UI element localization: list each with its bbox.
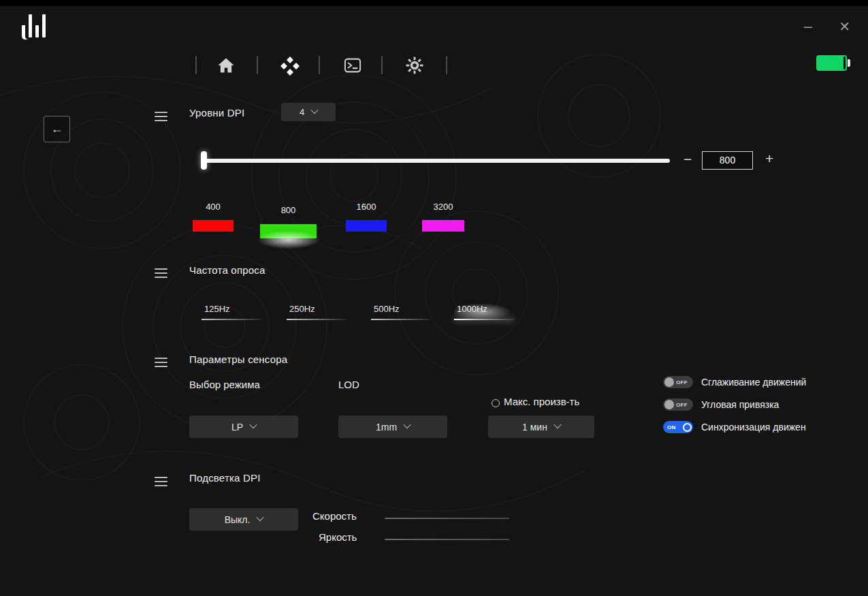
- toggle-knob: [664, 377, 674, 387]
- motion-sync-toggle[interactable]: ON: [663, 421, 693, 433]
- sensor-lod-dropdown[interactable]: 1mm: [338, 415, 447, 438]
- backlight-section-title: Подсветка DPI: [189, 472, 261, 484]
- top-edge-strip: [0, 0, 868, 6]
- backlight-speed-label: Скорость: [312, 510, 357, 522]
- dpi-stage-label: 400: [193, 202, 234, 212]
- sensor-lod-value: 1mm: [376, 422, 397, 433]
- backlight-brightness-label: Яркость: [319, 531, 357, 543]
- polling-section-title: Частота опроса: [189, 264, 266, 276]
- dpi-slider-thumb[interactable]: [201, 151, 207, 170]
- dpi-stage-swatch[interactable]: [422, 220, 464, 232]
- sensor-section-handle-icon[interactable]: [155, 355, 167, 370]
- polling-option-1000hz-selected[interactable]: 1000Hz: [454, 304, 514, 319]
- battery-level-gap: [843, 57, 846, 69]
- sensor-mode-dropdown[interactable]: LP: [189, 415, 298, 438]
- app-window: – ✕: [0, 0, 868, 596]
- angle-snapping-toggle[interactable]: OFF: [663, 398, 693, 411]
- nav-separator: [319, 56, 320, 74]
- dpi-stage-label: 800: [260, 205, 317, 215]
- minimize-button[interactable]: –: [804, 19, 812, 34]
- gear-icon[interactable]: [405, 56, 424, 75]
- terminal-icon[interactable]: [343, 56, 362, 75]
- dpi-value-input[interactable]: 800: [702, 151, 753, 170]
- dpi-levels-dropdown[interactable]: 4: [281, 103, 336, 121]
- sensor-section-title: Параметры сенсора: [189, 354, 287, 365]
- battery-tip: [848, 59, 850, 67]
- toggle-state: OFF: [676, 402, 688, 408]
- dpi-section-handle-icon[interactable]: [155, 109, 167, 124]
- nav-separator: [381, 56, 383, 74]
- dpi-plus-button[interactable]: +: [765, 151, 773, 167]
- dpi-levels-value: 4: [300, 107, 304, 117]
- dpi-stage-swatch-active[interactable]: [260, 224, 317, 238]
- chevron-down-icon: [310, 106, 318, 114]
- dpi-minus-button[interactable]: −: [684, 151, 692, 168]
- backlight-section-handle-icon[interactable]: [155, 474, 167, 489]
- toggle-state: OFF: [676, 379, 688, 386]
- motion-sync-label: Синхронизация движен: [701, 422, 806, 433]
- dpi-stage-label: 1600: [346, 202, 387, 212]
- toggle-state: ON: [667, 424, 676, 430]
- polling-option-500hz[interactable]: 500Hz: [371, 304, 431, 319]
- nav-separator: [195, 56, 197, 74]
- polling-section-handle-icon[interactable]: [155, 266, 167, 281]
- backlight-mode-value: Выкл.: [225, 514, 251, 525]
- chevron-down-icon: [249, 421, 257, 428]
- background-art: [0, 0, 868, 596]
- dpi-stage-label: 3200: [422, 202, 464, 212]
- brand-logo-icon: [19, 9, 50, 46]
- toggle-knob: [664, 400, 674, 409]
- dpi-stage-swatch[interactable]: [346, 220, 387, 232]
- sensor-mode-value: LP: [231, 422, 243, 433]
- max-performance-value: 1 мин: [522, 422, 547, 433]
- max-performance-label: Макс. произв-ть: [504, 396, 579, 407]
- back-button[interactable]: ←: [44, 116, 70, 142]
- battery-indicator: [816, 55, 847, 71]
- backlight-speed-slider[interactable]: [385, 518, 509, 519]
- backlight-brightness-slider[interactable]: [385, 539, 509, 540]
- polling-option-250hz[interactable]: 250Hz: [287, 304, 347, 319]
- motion-smoothing-toggle[interactable]: OFF: [663, 376, 693, 388]
- home-icon[interactable]: [216, 56, 236, 75]
- sensor-mode-label: Выбор режима: [189, 379, 260, 390]
- dpi-stage-swatch[interactable]: [193, 220, 234, 232]
- max-performance-radio[interactable]: [492, 399, 500, 407]
- chevron-down-icon: [257, 514, 264, 521]
- nav-separator: [257, 56, 258, 74]
- close-button[interactable]: ✕: [839, 19, 850, 34]
- chevron-down-icon: [553, 421, 561, 428]
- dpi-slider-track[interactable]: [204, 159, 670, 163]
- motion-smoothing-label: Сглаживание движений: [701, 377, 806, 388]
- toggle-knob: [683, 423, 692, 432]
- angle-snapping-label: Угловая привязка: [701, 399, 779, 410]
- sensor-lod-label: LOD: [338, 379, 359, 390]
- backlight-mode-dropdown[interactable]: Выкл.: [189, 508, 298, 531]
- nav-separator: [446, 56, 447, 74]
- chevron-down-icon: [403, 421, 411, 428]
- dpi-section-title: Уровни DPI: [189, 107, 244, 119]
- dpi-diamond-icon[interactable]: [280, 56, 299, 75]
- polling-option-125hz[interactable]: 125Hz: [202, 304, 261, 319]
- max-performance-dropdown[interactable]: 1 мин: [488, 415, 594, 438]
